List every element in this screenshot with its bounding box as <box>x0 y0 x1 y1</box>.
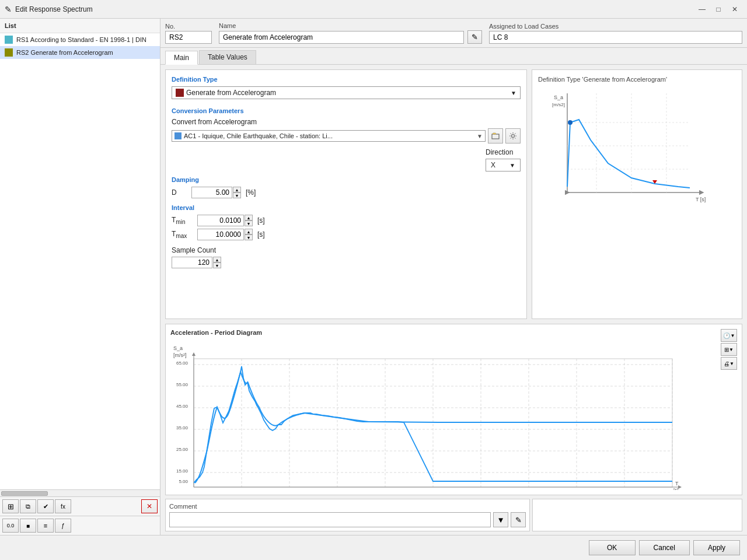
accel-dropdown[interactable]: AC1 - Iquique, Chile Earthquake, Chile -… <box>172 130 486 142</box>
horizontal-scrollbar[interactable] <box>0 489 160 496</box>
accel-settings-btn[interactable] <box>505 128 521 144</box>
chart-clock-btn[interactable]: 🕐▼ <box>721 329 737 342</box>
chart-btn3-arrow: ▼ <box>729 361 734 366</box>
comment-edit-btn[interactable]: ✎ <box>511 512 526 527</box>
header-fields: No. Name ✎ Assigned to Load Cases <box>160 19 747 48</box>
damping-label: Damping <box>172 176 521 183</box>
interval-label: Interval <box>172 204 521 211</box>
assigned-label: Assigned to Load Cases <box>489 23 742 30</box>
svg-text:[m/s2]: [m/s2] <box>552 102 565 107</box>
delete-btn[interactable]: ✕ <box>141 499 158 513</box>
tmax-up-btn[interactable]: ▲ <box>245 229 253 235</box>
accel-period-chart: S_a [m/s²] 65.00 55.00 45.00 35.00 25.00… <box>170 338 684 490</box>
damping-down-btn[interactable]: ▼ <box>233 192 241 198</box>
app-icon: ✎ <box>5 5 12 14</box>
svg-text:[m/s²]: [m/s²] <box>173 352 187 358</box>
sample-input[interactable] <box>172 257 212 268</box>
sidebar: List RS1 According to Standard - EN 1998… <box>0 19 160 535</box>
accel-browse-btn[interactable] <box>488 128 503 144</box>
tmax-label-text: Tmax <box>172 230 195 239</box>
definition-type-label: Definition Type <box>172 76 521 83</box>
tmax-down-btn[interactable]: ▼ <box>245 235 253 240</box>
damping-section: Damping D ▲ ▼ [%] <box>172 176 521 198</box>
damping-input-group: ▲ ▼ <box>191 187 241 198</box>
tab-table-values[interactable]: Table Values <box>199 50 256 64</box>
name-field-group: Name ✎ <box>219 22 482 44</box>
check-btn[interactable]: ✔ <box>37 499 54 513</box>
tab-main[interactable]: Main <box>165 51 198 65</box>
chart-title: Acceleration - Period Diagram <box>170 329 737 336</box>
sample-up-btn[interactable]: ▲ <box>213 257 221 262</box>
damping-spinners: ▲ ▼ <box>233 187 241 198</box>
svg-point-1 <box>512 135 515 138</box>
maximize-btn[interactable]: □ <box>711 4 726 15</box>
minimize-btn[interactable]: — <box>694 4 710 15</box>
chart-axes-btn[interactable]: ⊞▼ <box>721 343 737 356</box>
settings-icon <box>509 132 517 140</box>
close-btn[interactable]: ✕ <box>727 4 742 15</box>
ok-button[interactable]: OK <box>589 540 636 555</box>
tmin-up-btn[interactable]: ▲ <box>245 215 253 220</box>
func-btn[interactable]: fx <box>55 499 71 513</box>
accel-value-text: AC1 - Iquique, Chile Earthquake, Chile -… <box>184 132 477 139</box>
svg-text:55.00: 55.00 <box>176 382 189 387</box>
direction-inline: Direction X ▼ <box>172 148 521 172</box>
direction-dropdown[interactable]: X ▼ <box>486 159 521 172</box>
right-bottom-panel <box>532 499 742 531</box>
comment-dropdown-btn[interactable]: ▼ <box>493 512 508 527</box>
svg-rect-0 <box>492 134 499 139</box>
conversion-label: Conversion Parameters <box>172 107 521 114</box>
assigned-input[interactable] <box>489 31 742 44</box>
tmin-label-text: Tmin <box>172 216 195 225</box>
scroll-thumb[interactable] <box>1 491 48 496</box>
color-btn[interactable]: ■ <box>20 519 36 533</box>
new-item-btn[interactable]: ⊞ <box>2 499 19 513</box>
sidebar-item-rs1[interactable]: RS1 According to Standard - EN 1998-1 | … <box>0 33 160 46</box>
right-panel: No. Name ✎ Assigned to Load Cases <box>160 19 747 535</box>
comment-input-row: ▼ ✎ <box>169 512 526 527</box>
name-input[interactable] <box>219 31 464 44</box>
accel-arrow: ▼ <box>477 133 483 139</box>
duplicate-btn[interactable]: ⧉ <box>20 499 36 513</box>
sidebar-header: List <box>0 19 160 33</box>
svg-point-13 <box>568 120 573 125</box>
tmax-input[interactable] <box>197 229 244 240</box>
print-icon: 🖨 <box>724 360 729 367</box>
no-label: No. <box>165 23 212 30</box>
name-edit-btn[interactable]: ✎ <box>467 30 482 44</box>
no-input[interactable] <box>165 31 212 44</box>
tmin-input[interactable] <box>197 215 244 226</box>
svg-marker-56 <box>192 352 196 356</box>
cancel-button[interactable]: Cancel <box>639 540 690 555</box>
chart-print-btn[interactable]: 🖨▼ <box>721 357 737 370</box>
sample-label: Sample Count <box>172 246 521 254</box>
coord-btn[interactable]: 0.0 <box>2 519 19 533</box>
definition-type-select[interactable]: Generate from Accelerogram ▼ <box>172 86 521 99</box>
name-row: ✎ <box>219 30 482 44</box>
thumbnail-panel: Definition Type 'Generate from Accelerog… <box>532 69 742 319</box>
name-label: Name <box>219 22 482 29</box>
direction-label: Direction <box>486 148 521 156</box>
accel-row: Convert from Accelerogram AC1 - Iquique,… <box>172 118 521 144</box>
svg-text:[s]: [s] <box>673 487 678 490</box>
sample-down-btn[interactable]: ▼ <box>213 262 221 268</box>
svg-marker-54 <box>678 485 682 489</box>
damping-row: D ▲ ▼ [%] <box>172 187 521 198</box>
sidebar-item-rs2[interactable]: RS2 Generate from Accelerogram <box>0 46 160 59</box>
direction-value: X <box>491 161 509 169</box>
direction-group: Direction X ▼ <box>486 148 521 172</box>
direction-arrow: ▼ <box>509 162 515 169</box>
rs2-label: RS2 Generate from Accelerogram <box>16 49 113 56</box>
assigned-field-group: Assigned to Load Cases <box>489 23 742 44</box>
def-type-icon <box>176 89 184 97</box>
svg-text:T [s]: T [s] <box>696 197 706 202</box>
sample-input-group: ▲ ▼ <box>172 257 521 268</box>
comment-input[interactable] <box>169 512 491 527</box>
thumbnail-chart: S_a [m/s2] T [s] <box>538 88 713 216</box>
label-btn[interactable]: ≡ <box>37 519 54 533</box>
tmin-down-btn[interactable]: ▼ <box>245 220 253 226</box>
formula-btn[interactable]: ƒ <box>55 519 71 533</box>
damping-input[interactable] <box>191 187 232 198</box>
apply-button[interactable]: Apply <box>693 540 740 555</box>
damping-up-btn[interactable]: ▲ <box>233 187 241 192</box>
